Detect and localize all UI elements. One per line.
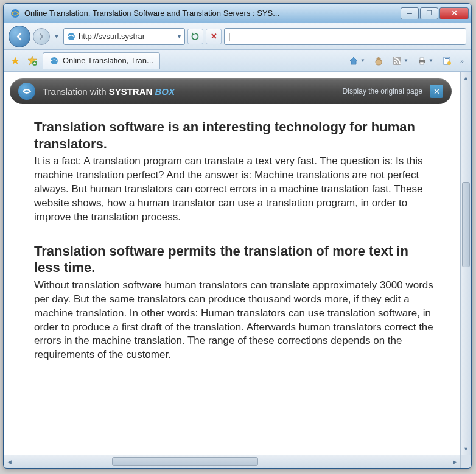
nav-history-dropdown[interactable]: ▼ [52,33,61,40]
svg-rect-8 [420,62,424,64]
heading-1: Translation software is an interesting t… [34,119,436,152]
scroll-up-arrow[interactable]: ▲ [461,72,471,83]
paragraph-2: Without translation software human trans… [34,279,436,363]
close-button[interactable]: ✕ [439,7,469,19]
tab-favicon [49,56,59,66]
tab-label: Online Translation, Tran... [63,56,153,65]
window-controls: ─ ☐ ✕ [401,7,469,19]
svg-point-5 [394,62,396,64]
svg-rect-10 [445,58,449,59]
refresh-button[interactable] [187,29,203,44]
svg-rect-7 [420,58,424,60]
svg-point-13 [447,61,451,65]
tab-toolbar: ★ Online Translation, Tran... ▼ ▼ ▼ [4,50,471,72]
toolbar-overflow[interactable]: » [458,57,466,64]
home-button[interactable]: ▼ [346,54,368,68]
scroll-corner [460,455,471,468]
systran-title: Translation with SYSTRAN BOX [43,86,175,97]
paragraph-1: It is a fact: A translation program can … [34,155,436,225]
vertical-scroll-thumb[interactable] [462,182,470,267]
site-favicon [66,32,76,41]
systran-logo-icon [18,83,35,100]
search-cursor: | [228,31,231,41]
scroll-left-arrow[interactable]: ◀ [4,459,15,465]
back-button[interactable] [9,26,30,47]
browser-tab[interactable]: Online Translation, Tran... [43,52,160,69]
page-body: Translation software is an interesting t… [4,104,460,386]
horizontal-scrollbar[interactable]: ◀ ▶ [4,455,471,468]
address-dropdown[interactable]: ▼ [177,33,182,40]
scroll-right-arrow[interactable]: ▶ [449,459,460,465]
feeds-button[interactable]: ▼ [390,54,411,68]
systran-close-button[interactable]: ✕ [430,85,443,98]
search-input[interactable] [232,32,462,41]
url-text: http://svsurl.systrar [79,32,174,41]
horizontal-scroll-thumb[interactable] [112,457,258,466]
forward-button[interactable] [33,28,50,45]
minimize-button[interactable]: ─ [401,7,419,19]
svg-rect-12 [445,61,449,61]
navigation-bar: ▼ http://svsurl.systrar ▼ ✕ | [4,23,471,50]
stop-button[interactable]: ✕ [206,29,222,44]
content-area: Translation with SYSTRAN BOX Display the… [4,72,471,455]
add-favorite-button[interactable] [26,54,39,68]
vertical-scrollbar[interactable]: ▲ ▼ [460,72,471,455]
window-title: Online Translation, Translation Software… [24,9,401,18]
browser-window: Online Translation, Translation Software… [3,3,472,469]
address-bar[interactable]: http://svsurl.systrar ▼ [63,28,185,45]
hand-tool-button[interactable] [371,54,386,68]
display-original-link[interactable]: Display the original page [343,87,422,96]
svg-point-0 [11,9,19,18]
systran-toolbar: Translation with SYSTRAN BOX Display the… [10,78,452,104]
maximize-button[interactable]: ☐ [420,7,438,19]
page-menu-button[interactable] [439,54,454,68]
favorites-button[interactable]: ★ [9,54,22,68]
print-button[interactable]: ▼ [415,54,436,68]
scroll-down-arrow[interactable]: ▼ [461,444,471,455]
svg-rect-11 [445,60,449,60]
heading-2: Translation software permits the transla… [34,243,436,276]
search-box[interactable]: | [224,28,466,45]
ie-icon [10,8,21,19]
titlebar: Online Translation, Translation Software… [4,4,471,23]
